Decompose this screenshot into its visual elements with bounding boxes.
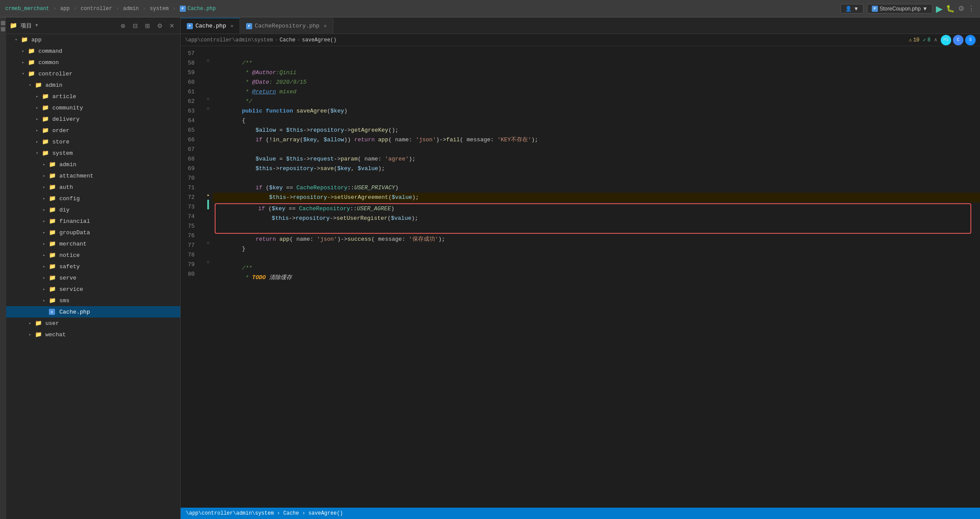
sidebar-collapse-button[interactable]: ⊟ bbox=[130, 21, 140, 31]
code-editor[interactable]: 5758596061626364656667686970717273747576… bbox=[181, 46, 980, 508]
breadcrumb-system[interactable]: system bbox=[150, 6, 168, 12]
tree-item-financial[interactable]: ▸📁financial bbox=[6, 215, 180, 227]
tree-chevron: ▸ bbox=[41, 207, 47, 212]
breadcrumb-sep4: › bbox=[143, 6, 146, 12]
tree-item-common[interactable]: ▸📁common bbox=[6, 57, 180, 68]
tree-item-Cache-php[interactable]: CCache.php bbox=[6, 306, 180, 318]
tree-item-system[interactable]: ▾📁system bbox=[6, 147, 180, 159]
code-content[interactable]: /** * @Author:Qinii * @Date: 2020/9/15 *… bbox=[213, 46, 980, 508]
tree-item-delivery[interactable]: ▸📁delivery bbox=[6, 113, 180, 125]
folder-icon: 📁 bbox=[49, 274, 56, 281]
fold-icon[interactable]: ⊙ bbox=[207, 96, 209, 102]
tree-item-config[interactable]: ▸📁config bbox=[6, 193, 180, 204]
gutter-64 bbox=[203, 113, 213, 123]
line-num-71: 71 bbox=[181, 183, 199, 193]
tree-item-article[interactable]: ▸📁article bbox=[6, 91, 180, 102]
activity-search[interactable] bbox=[1, 27, 5, 31]
warning-dot: ● bbox=[207, 193, 209, 197]
tree-item-groupData[interactable]: ▸📁groupData bbox=[6, 227, 180, 238]
tree-item-serve[interactable]: ▸📁serve bbox=[6, 272, 180, 283]
tree-item-merchant[interactable]: ▸📁merchant bbox=[6, 238, 180, 249]
tree-item-store[interactable]: ▸📁store bbox=[6, 136, 180, 147]
tree-chevron: ▸ bbox=[34, 116, 40, 122]
tree-chevron: ▸ bbox=[41, 298, 47, 303]
fold-icon[interactable]: ⊙ bbox=[207, 106, 209, 111]
tree-item-notice[interactable]: ▸📁notice bbox=[6, 249, 180, 261]
code-line-65: $allow = $this->repository->getAgreeKey(… bbox=[213, 126, 980, 135]
tree-item-community[interactable]: ▸📁community bbox=[6, 102, 180, 113]
fold-icon[interactable]: ⊙ bbox=[207, 58, 209, 63]
code-line-67 bbox=[213, 145, 980, 154]
code-line-69: $this->repository->save($key, $value); bbox=[213, 164, 980, 174]
folder-icon: 📁 bbox=[42, 127, 49, 134]
tree-item-service[interactable]: ▸📁service bbox=[6, 283, 180, 295]
line-num-63: 63 bbox=[181, 106, 199, 116]
tab-close-2[interactable]: ✕ bbox=[324, 23, 327, 29]
safari-icon[interactable]: S bbox=[965, 35, 976, 45]
folder-icon: 📁 bbox=[21, 36, 28, 43]
tree-label: order bbox=[52, 127, 69, 134]
tree-item-controller[interactable]: ▾📁controller bbox=[6, 68, 180, 79]
tree-item-sms[interactable]: ▸📁sms bbox=[6, 295, 180, 306]
line-num-78: 78 bbox=[181, 250, 199, 260]
line-num-66: 66 bbox=[181, 135, 199, 145]
gutter-63: ⊙ bbox=[203, 104, 213, 113]
gutter-74 bbox=[203, 209, 213, 219]
tree-item-admin[interactable]: ▸📁admin bbox=[6, 159, 180, 170]
tree-item-wechat[interactable]: ▸📁wechat bbox=[6, 329, 180, 340]
phpstorm-icon[interactable]: PS bbox=[941, 35, 951, 45]
fold-icon[interactable]: ⊙ bbox=[207, 260, 209, 265]
folder-icon: 📁 bbox=[42, 104, 49, 111]
tab-cacherepository-php[interactable]: P CacheRepository.php ✕ bbox=[240, 18, 333, 34]
tree-item-user[interactable]: ▸📁user bbox=[6, 318, 180, 329]
sidebar-locate-button[interactable]: ⊕ bbox=[118, 21, 128, 31]
settings-button[interactable]: ⚙ bbox=[958, 4, 964, 13]
tree-label: sms bbox=[59, 297, 69, 304]
folder-icon: 📁 bbox=[35, 82, 42, 89]
tree-chevron: ▸ bbox=[41, 264, 47, 269]
gutter-78 bbox=[203, 248, 213, 257]
sidebar-close-button[interactable]: ✕ bbox=[167, 21, 177, 31]
tree-chevron: ▸ bbox=[34, 105, 40, 110]
warning-badge: ⚠ 10 bbox=[909, 37, 920, 43]
tree-item-auth[interactable]: ▸📁auth bbox=[6, 181, 180, 193]
breadcrumb-admin[interactable]: admin bbox=[123, 6, 139, 12]
tree-label: command bbox=[38, 48, 62, 55]
file-selector-button[interactable]: P StoreCoupon.php ▼ bbox=[867, 4, 932, 14]
run-button[interactable]: ▶ bbox=[936, 3, 942, 14]
tree-item-admin[interactable]: ▾📁admin bbox=[6, 79, 180, 91]
tree-item-diy[interactable]: ▸📁diy bbox=[6, 204, 180, 215]
code-line-58: /** bbox=[213, 58, 980, 68]
more-button[interactable]: ⋮ bbox=[968, 4, 975, 13]
activity-files[interactable] bbox=[1, 21, 5, 25]
tree-item-order[interactable]: ▸📁order bbox=[6, 125, 180, 136]
fold-icon[interactable]: ⊙ bbox=[207, 240, 209, 246]
expand-icon[interactable]: ∧ bbox=[934, 37, 937, 43]
breadcrumb-root[interactable]: crmeb_merchant bbox=[5, 6, 49, 12]
tree-item-app[interactable]: ▾📁app bbox=[6, 34, 180, 45]
folder-icon: 📁 bbox=[49, 172, 56, 179]
tree-chevron: ▾ bbox=[34, 150, 40, 156]
chrome-icon[interactable]: C bbox=[953, 35, 963, 45]
titlebar: crmeb_merchant › app › controller › admi… bbox=[0, 0, 980, 17]
tab-close-1[interactable]: ✕ bbox=[230, 23, 233, 29]
tree-item-command[interactable]: ▸📁command bbox=[6, 45, 180, 57]
tree-item-attachment[interactable]: ▸📁attachment bbox=[6, 170, 180, 181]
sidebar-settings-button[interactable]: ⚙ bbox=[155, 21, 164, 31]
tree-item-safety[interactable]: ▸📁safety bbox=[6, 261, 180, 272]
breadcrumb-app[interactable]: app bbox=[60, 6, 70, 12]
folder-icon: 📁 bbox=[49, 218, 56, 225]
editor-topbar: \app\controller\admin\system › Cache › s… bbox=[181, 34, 980, 46]
breadcrumb-controller[interactable]: controller bbox=[81, 6, 112, 12]
sidebar-expand-button[interactable]: ⊞ bbox=[143, 21, 152, 31]
folder-icon: 📁 bbox=[28, 70, 35, 77]
code-line-71: if ($key == CacheRepository::USER_PRIVAC… bbox=[213, 183, 980, 193]
sidebar-folder-icon: 📁 bbox=[10, 22, 17, 29]
user-account-button[interactable]: 👤 ▼ bbox=[840, 4, 863, 14]
folder-icon: 📁 bbox=[42, 138, 49, 145]
tree-label: wechat bbox=[45, 331, 66, 338]
folder-icon: 📁 bbox=[35, 331, 42, 338]
debug-button[interactable]: 🐛 bbox=[946, 4, 955, 13]
tab-cache-php[interactable]: P Cache.php ✕ bbox=[181, 18, 240, 34]
tree-label: serve bbox=[59, 275, 76, 281]
